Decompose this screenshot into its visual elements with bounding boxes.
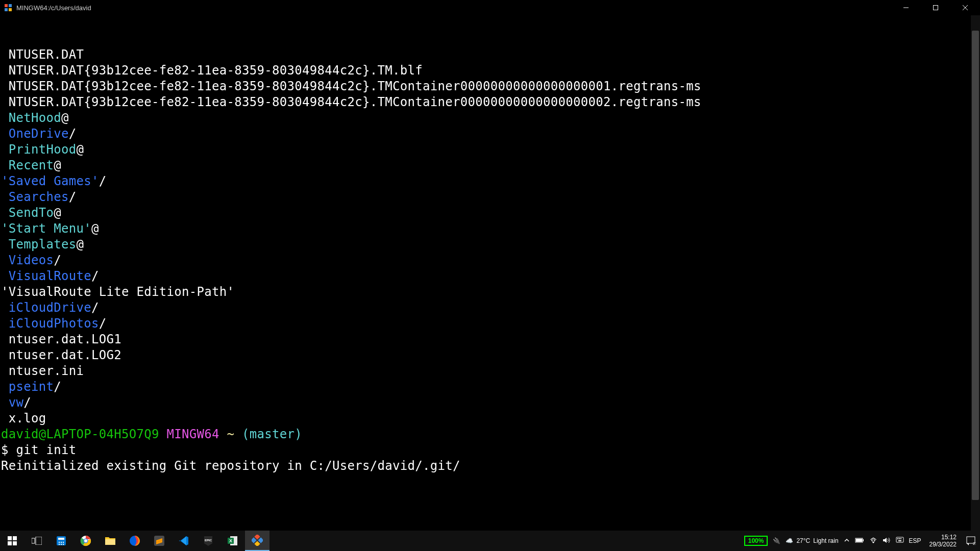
terminal-segment: ntuser.ini xyxy=(1,364,84,378)
terminal-line: ntuser.dat.LOG1 xyxy=(1,332,980,347)
svg-rect-22 xyxy=(105,539,115,545)
terminal-segment: 'VisualRoute Lite Edition-Path' xyxy=(1,285,234,299)
svg-rect-3 xyxy=(9,8,12,11)
terminal-line: NTUSER.DAT xyxy=(1,47,980,63)
clock[interactable]: 15:12 29/3/2022 xyxy=(926,534,960,548)
app-window: MINGW64:/c/Users/david NTUSER.DAT NTUSER… xyxy=(0,0,980,551)
language-indicator[interactable]: ESP xyxy=(909,537,921,544)
firefox-app-icon[interactable] xyxy=(122,531,147,551)
terminal-segment xyxy=(1,237,9,252)
terminal-segment: vw xyxy=(9,395,24,410)
terminal-line: ntuser.dat.LOG2 xyxy=(1,347,980,363)
terminal-segment xyxy=(1,253,9,267)
battery-tray-icon[interactable] xyxy=(855,537,864,545)
notif-count: 21 xyxy=(973,541,976,546)
notification-center-icon[interactable]: 21 xyxy=(965,535,977,547)
terminal-segment: OneDrive xyxy=(9,127,69,141)
calculator-app-icon[interactable] xyxy=(49,531,74,551)
terminal-segment: (master) xyxy=(242,427,302,441)
terminal-segment: VisualRoute xyxy=(9,269,91,283)
svg-rect-41 xyxy=(898,540,901,541)
svg-rect-30 xyxy=(258,537,263,543)
svg-rect-0 xyxy=(5,4,8,7)
terminal-segment xyxy=(1,158,9,172)
terminal-line: 'Start Menu'@ xyxy=(1,221,980,237)
terminal-segment xyxy=(1,380,9,394)
terminal-line: Reinitialized existing Git repository in… xyxy=(1,458,980,474)
weather-widget[interactable]: ☁️ 27°C Light rain xyxy=(786,537,838,544)
terminal-segment: / xyxy=(69,190,77,204)
chrome-app-icon[interactable] xyxy=(74,531,98,551)
terminal-segment: NTUSER.DAT{93b12cee-fe82-11ea-8359-80304… xyxy=(1,95,701,109)
battery-indicator[interactable]: 100% xyxy=(744,536,768,546)
charging-icon: 🔌 xyxy=(773,537,780,544)
sublime-app-icon[interactable] xyxy=(147,531,172,551)
minimize-button[interactable] xyxy=(891,0,921,15)
ime-icon[interactable] xyxy=(896,537,904,545)
titlebar[interactable]: MINGW64:/c/Users/david xyxy=(0,0,980,15)
terminal-segment: / xyxy=(54,380,61,394)
terminal-line: NTUSER.DAT{93b12cee-fe82-11ea-8359-80304… xyxy=(1,79,980,94)
excel-app-icon[interactable]: X xyxy=(220,531,245,551)
svg-point-36 xyxy=(872,541,874,543)
terminal-segment xyxy=(1,300,9,315)
task-view-button[interactable] xyxy=(24,531,49,551)
file-explorer-icon[interactable] xyxy=(98,531,122,551)
git-bash-app-icon[interactable] xyxy=(245,531,270,551)
svg-rect-10 xyxy=(36,537,42,545)
titlebar-left: MINGW64:/c/Users/david xyxy=(4,4,91,12)
svg-rect-37 xyxy=(896,537,903,542)
svg-point-18 xyxy=(63,544,64,545)
maximize-button[interactable] xyxy=(921,0,950,15)
svg-text:X: X xyxy=(229,538,232,543)
terminal-segment: 'Start Menu' xyxy=(1,221,91,236)
terminal-line: VisualRoute/ xyxy=(1,268,980,284)
taskbar: EPIC X 100% 🔌 ☁️ 27°C Light rain xyxy=(0,531,980,551)
svg-rect-31 xyxy=(252,537,257,543)
terminal-line: ntuser.ini xyxy=(1,363,980,379)
terminal-line: OneDrive/ xyxy=(1,126,980,142)
terminal-segment: ~ xyxy=(227,427,234,441)
weather-temp: 27°C xyxy=(796,537,810,544)
terminal-segment: NTUSER.DAT xyxy=(1,47,84,62)
svg-point-13 xyxy=(59,542,60,543)
close-button[interactable] xyxy=(950,0,980,15)
terminal-segment: @ xyxy=(91,221,99,236)
terminal-line: SendTo@ xyxy=(1,205,980,221)
terminal-segment: NTUSER.DAT{93b12cee-fe82-11ea-8359-80304… xyxy=(1,63,423,78)
tray-expand-icon[interactable] xyxy=(844,537,850,545)
window-controls xyxy=(891,0,980,15)
terminal-output[interactable]: NTUSER.DAT NTUSER.DAT{93b12cee-fe82-11ea… xyxy=(0,15,980,531)
terminal-line: Recent@ xyxy=(1,158,980,173)
svg-point-17 xyxy=(61,544,62,545)
scrollbar-thumb[interactable] xyxy=(972,31,979,500)
terminal-segment: Searches xyxy=(9,190,69,204)
terminal-segment xyxy=(234,427,242,441)
terminal-line: iCloudPhotos/ xyxy=(1,316,980,332)
terminal-segment: MINGW64 xyxy=(166,427,219,441)
epic-games-icon[interactable]: EPIC xyxy=(196,531,220,551)
terminal-segment: @ xyxy=(61,111,69,125)
app-icon xyxy=(4,4,12,12)
terminal-segment xyxy=(1,111,9,125)
terminal-segment: / xyxy=(99,174,107,188)
terminal-segment xyxy=(1,142,9,157)
terminal-segment: / xyxy=(54,253,61,267)
terminal-segment xyxy=(1,206,9,220)
terminal-segment: @ xyxy=(77,237,84,252)
volume-icon[interactable] xyxy=(883,537,891,545)
terminal-segment xyxy=(1,190,9,204)
vscode-app-icon[interactable] xyxy=(172,531,196,551)
time: 15:12 xyxy=(929,534,957,541)
wifi-icon[interactable] xyxy=(869,537,877,545)
svg-text:EPIC: EPIC xyxy=(205,539,212,542)
svg-point-21 xyxy=(84,539,87,542)
svg-rect-9 xyxy=(32,538,35,543)
terminal-segment: / xyxy=(91,300,99,315)
scrollbar[interactable] xyxy=(971,15,980,531)
start-button[interactable] xyxy=(0,531,24,551)
terminal-segment: Reinitialized existing Git repository in… xyxy=(1,459,460,473)
terminal-segment: SendTo xyxy=(9,206,54,220)
terminal-segment: iCloudPhotos xyxy=(9,316,99,331)
taskbar-left: EPIC X xyxy=(0,531,270,551)
